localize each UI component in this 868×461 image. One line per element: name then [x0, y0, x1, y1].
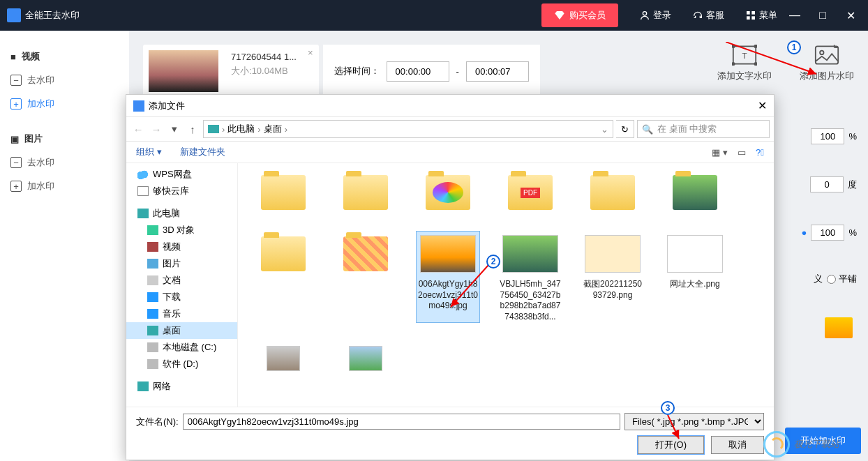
tree-downloads[interactable]: 下载	[126, 289, 237, 305]
time-range: 选择时间： -	[323, 45, 540, 98]
time-start-input[interactable]	[387, 61, 449, 82]
file-item[interactable]	[252, 336, 315, 384]
tree-ddrive[interactable]: 软件 (D:)	[126, 356, 237, 372]
nav-video-remove-watermark[interactable]: −去水印	[0, 68, 129, 92]
login-button[interactable]: 登录	[639, 9, 671, 22]
site-watermark: 极光下载站	[763, 428, 868, 461]
site-logo-icon	[763, 431, 790, 458]
crumb-desktop[interactable]: 桌面	[264, 123, 282, 135]
time-end-input[interactable]	[466, 61, 529, 82]
video-card: 7172604544 1... 大小:10.04MB ×	[143, 45, 319, 98]
support-button[interactable]: 客服	[692, 9, 724, 22]
unit-2: 度	[848, 179, 857, 191]
layout-radio-b[interactable]: 平铺	[827, 273, 857, 285]
nav-up-button[interactable]: ↑	[185, 123, 200, 135]
folder-search-input[interactable]: 🔍 在 桌面 中搜索	[637, 120, 770, 138]
folder-item[interactable]	[334, 232, 397, 322]
diamond-icon	[554, 10, 565, 21]
buy-vip-button[interactable]: 购买会员	[541, 3, 618, 27]
annotation-arrow-3	[666, 415, 687, 443]
file-grid: PDF 006AkgtYgy1h82oecw1vzj311t0mo49s.jpg…	[238, 163, 774, 407]
maximize-button[interactable]: □	[812, 9, 833, 22]
folder-tree: WPS网盘 够快云库 此电脑 3D 对象 视频 图片 文档 下载 音乐 桌面 本…	[126, 163, 238, 407]
folder-item[interactable]	[664, 170, 726, 218]
tree-network[interactable]: 网络	[126, 378, 237, 395]
file-item[interactable]: 截图20221125093729.png	[581, 232, 644, 322]
titlebar: 全能王去水印 购买会员 登录 客服 菜单 — □ ✕	[0, 0, 868, 31]
tree-cdrive[interactable]: 本地磁盘 (C:)	[126, 339, 237, 356]
tree-3d[interactable]: 3D 对象	[126, 222, 237, 239]
time-separator: -	[456, 66, 459, 77]
filetype-select[interactable]: Files( *.jpg *.png *.bmp *.JPG	[624, 413, 764, 430]
tree-videos[interactable]: 视频	[126, 239, 237, 255]
nav-back-button[interactable]: ←	[130, 123, 146, 135]
cancel-button[interactable]: 取消	[711, 436, 764, 454]
nav-image-add-watermark[interactable]: +加水印	[0, 174, 129, 198]
close-button[interactable]: ✕	[840, 9, 861, 22]
tree-images[interactable]: 图片	[126, 255, 237, 272]
app-logo-icon	[7, 8, 21, 22]
nav-video-add-watermark[interactable]: +加水印	[0, 92, 129, 116]
nav-forward-button[interactable]: →	[149, 123, 164, 135]
setting-input-1[interactable]	[811, 128, 844, 144]
nav-recent-button[interactable]: ▾	[167, 123, 182, 135]
dialog-close-button[interactable]: ✕	[758, 99, 767, 112]
unit-1: %	[848, 131, 857, 142]
minimize-button[interactable]: —	[784, 9, 805, 22]
left-nav: ■视频 −去水印 +加水印 ▣图片 −去水印 +加水印	[0, 31, 129, 461]
menu-button[interactable]: 菜单	[745, 9, 777, 22]
filename-input[interactable]	[183, 414, 620, 430]
setting-input-3[interactable]	[811, 225, 844, 241]
tree-desktop[interactable]: 桌面	[126, 322, 237, 339]
dialog-app-icon	[133, 100, 144, 112]
crumb-thispc[interactable]: 此电脑	[227, 123, 255, 135]
refresh-button[interactable]: ↻	[616, 120, 634, 138]
organize-menu[interactable]: 组织 ▾	[136, 146, 162, 158]
preview-pane-button[interactable]: ▭	[738, 147, 746, 158]
tree-thispc[interactable]: 此电脑	[126, 205, 237, 222]
app-title: 全能王去水印	[25, 9, 80, 22]
svg-line-15	[668, 415, 679, 439]
svg-line-14	[451, 265, 488, 307]
annotation-marker-2: 2	[486, 255, 500, 269]
view-mode-button[interactable]: ▦ ▾	[712, 147, 728, 158]
tree-docs[interactable]: 文档	[126, 272, 237, 289]
unit-3: %	[848, 227, 857, 238]
folder-item[interactable]: PDF	[499, 170, 562, 218]
file-item[interactable]: VBJLH5mh_347756450_63427bb298b2ba7ad8774…	[499, 232, 562, 322]
folder-item[interactable]	[334, 170, 397, 218]
filename-label: 文件名(N):	[136, 416, 179, 428]
login-label: 登录	[653, 9, 671, 22]
folder-item[interactable]	[252, 232, 315, 322]
video-thumbnail[interactable]	[149, 50, 218, 92]
watermark-settings-panel: % 度 ●% 义 平铺	[802, 128, 861, 338]
folder-item[interactable]	[417, 170, 479, 218]
tree-music[interactable]: 音乐	[126, 305, 237, 322]
nav-image-remove-watermark[interactable]: −去水印	[0, 151, 129, 174]
nav-group-video: ■视频	[0, 45, 129, 68]
breadcrumb[interactable]: › 此电脑 › 桌面 › ⌄	[203, 120, 613, 138]
annotation-marker-3: 3	[661, 401, 675, 415]
annotation-marker-1: 1	[787, 40, 801, 54]
select-time-label: 选择时间：	[334, 65, 380, 77]
nav-group-image: ▣图片	[0, 127, 129, 151]
file-item[interactable]: 网址大全.png	[664, 232, 726, 322]
svg-rect-4	[751, 16, 755, 20]
setting-input-2[interactable]	[810, 176, 844, 192]
annotation-arrow-1	[726, 42, 823, 84]
watermark-preview-thumb[interactable]	[825, 317, 853, 338]
site-watermark-text: 极光下载站	[794, 438, 839, 451]
remove-video-button[interactable]: ×	[308, 47, 313, 98]
new-folder-button[interactable]: 新建文件夹	[180, 146, 225, 158]
svg-rect-2	[751, 11, 755, 15]
folder-item[interactable]	[252, 170, 315, 218]
pc-icon	[208, 125, 219, 133]
file-item[interactable]	[334, 336, 397, 384]
crumb-dropdown-icon[interactable]: ⌄	[601, 124, 608, 135]
layout-radio-a[interactable]: 义	[814, 273, 823, 285]
folder-item[interactable]	[581, 170, 644, 218]
svg-point-0	[643, 12, 646, 15]
help-button[interactable]: ?⃝	[756, 147, 764, 158]
tree-wps[interactable]: WPS网盘	[126, 166, 237, 183]
tree-quick[interactable]: 够快云库	[126, 183, 237, 199]
